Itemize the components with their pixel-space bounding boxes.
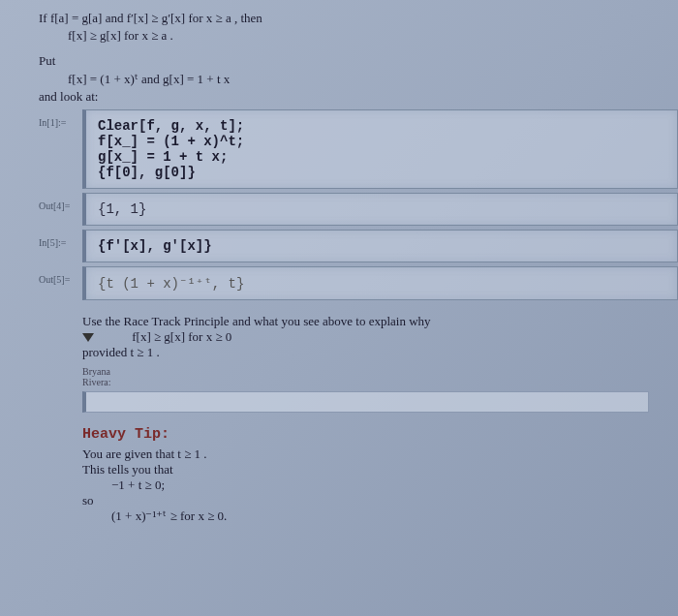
question-line2-row: f[x] ≥ g[x] for x ≥ 0 (82, 329, 649, 345)
tip-line4: so (82, 493, 649, 508)
out5-label: Out[5]= (39, 266, 82, 300)
author-name: Bryana Rivera: (82, 366, 649, 387)
answer-input-area[interactable] (82, 391, 649, 413)
question-block: Use the Race Track Principle and what yo… (82, 314, 678, 524)
question-inequality: f[x] ≥ g[x] for x ≥ 0 (132, 329, 231, 344)
theorem-line1: If f[a] = g[a] and f′[x] ≥ g′[x] for x ≥… (39, 10, 649, 27)
tip-line5: (1 + x)⁻¹⁺ᵗ ≥ for x ≥ 0. (111, 508, 649, 524)
question-provided: provided t ≥ 1 . (82, 345, 649, 360)
theorem-statement: If f[a] = g[a] and f′[x] ≥ g′[x] for x ≥… (39, 10, 678, 45)
tip-line1: You are given that t ≥ 1 . (82, 447, 649, 462)
tip-line2: This tells you that (82, 462, 649, 477)
output-cell-4: Out[4]= {1, 1} (39, 193, 678, 226)
input-cell-5: In[5]:= {f'[x], g'[x]} (39, 230, 678, 262)
out4-code: {1, 1} (82, 193, 678, 226)
tip-line3: −1 + t ≥ 0; (111, 477, 649, 493)
triangle-icon (82, 333, 94, 342)
out5-code: {t (1 + x)⁻¹⁺ᵗ, t} (82, 266, 678, 300)
in1-label: In[1]:= (39, 109, 82, 189)
question-line1: Use the Race Track Principle and what yo… (82, 314, 649, 329)
theorem-line2: f[x] ≥ g[x] for x ≥ a . (68, 27, 649, 45)
out4-label: Out[4]= (39, 193, 82, 226)
in5-label: In[5]:= (39, 230, 82, 262)
setup-block: Put f[x] = (1 + x)ᵗ and g[x] = 1 + t x a… (39, 52, 678, 106)
function-defs: f[x] = (1 + x)ᵗ and g[x] = 1 + t x (68, 71, 649, 88)
look-at-label: and look at: (39, 88, 649, 106)
input-cell-1: In[1]:= Clear[f, g, x, t]; f[x_] = (1 + … (39, 109, 678, 189)
output-cell-5: Out[5]= {t (1 + x)⁻¹⁺ᵗ, t} (39, 266, 678, 300)
put-label: Put (39, 52, 649, 70)
heavy-tip-heading: Heavy Tip: (82, 426, 649, 443)
in1-code: Clear[f, g, x, t]; f[x_] = (1 + x)^t; g[… (82, 109, 678, 189)
in5-code: {f'[x], g'[x]} (82, 230, 678, 262)
